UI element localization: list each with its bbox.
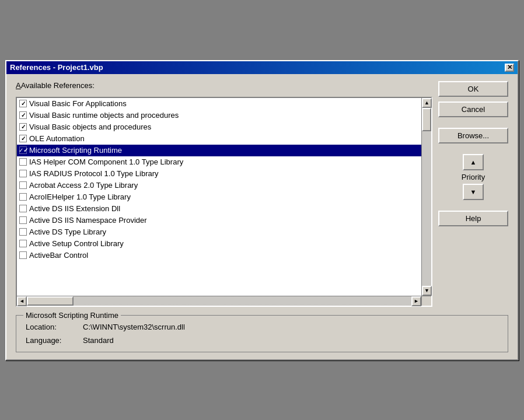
scroll-up-button[interactable]: ▲: [422, 98, 432, 108]
item-text-6: IAS RADIUS Protocol 1.0 Type Library: [29, 169, 159, 178]
item-text-12: Active Setup Control Library: [29, 239, 124, 248]
checkbox-11[interactable]: [19, 228, 27, 236]
list-scroll-area: Visual Basic For Applications Visual Bas…: [17, 98, 421, 296]
close-button[interactable]: ✕: [505, 64, 514, 72]
language-value: Standard: [83, 336, 114, 345]
scroll-thumb-vertical[interactable]: [422, 108, 431, 131]
list-item[interactable]: AcroIEHelper 1.0 Type Library: [17, 191, 421, 203]
list-item[interactable]: ActiveBar Control: [17, 250, 421, 261]
dialog-content: AAvailable References: Visual Basic For …: [6, 74, 518, 359]
list-item[interactable]: Active DS IIS Extension Dll: [17, 203, 421, 215]
item-text-4: Microsoft Scripting Runtime: [29, 146, 122, 155]
ok-button[interactable]: OK: [438, 81, 508, 97]
scroll-down-button[interactable]: ▼: [422, 286, 432, 296]
checkbox-10[interactable]: [19, 216, 27, 224]
item-text-9: Active DS IIS Extension Dll: [29, 204, 120, 213]
list-item-selected[interactable]: ✓ Microsoft Scripting Runtime: [17, 145, 421, 156]
location-value: C:\WINNT\system32\scrrun.dll: [83, 323, 185, 331]
language-label: Language:: [26, 336, 78, 345]
list-items-container: Visual Basic For Applications Visual Bas…: [17, 98, 421, 261]
checkbox-6[interactable]: [19, 170, 27, 177]
priority-up-icon: ▲: [470, 159, 477, 166]
dialog-title: References - Project1.vbp: [10, 63, 103, 72]
language-row: Language: Standard: [26, 336, 498, 345]
item-text-1: Visual Basic runtime objects and procedu…: [29, 111, 179, 120]
item-text-10: Active DS IIS Namespace Provider: [29, 216, 147, 225]
vertical-scrollbar[interactable]: ▲ ▼: [421, 98, 431, 296]
references-dialog: References - Project1.vbp ✕ AAvailable R…: [5, 60, 519, 360]
checkbox-3[interactable]: [19, 135, 27, 142]
list-item[interactable]: IAS RADIUS Protocol 1.0 Type Library: [17, 168, 421, 180]
list-item[interactable]: IAS Helper COM Component 1.0 Type Librar…: [17, 156, 421, 168]
scroll-left-button[interactable]: ◄: [17, 296, 27, 306]
checkbox-0[interactable]: [19, 100, 27, 107]
item-text-7: Acrobat Access 2.0 Type Library: [29, 181, 138, 190]
checkbox-13[interactable]: [19, 251, 27, 259]
left-panel: AAvailable References: Visual Basic For …: [16, 81, 432, 307]
priority-section: ▲ Priority ▼: [438, 154, 508, 200]
checkbox-7[interactable]: [19, 181, 27, 189]
priority-down-button[interactable]: ▼: [463, 184, 484, 200]
main-area: AAvailable References: Visual Basic For …: [16, 81, 508, 307]
cancel-button[interactable]: Cancel: [438, 102, 508, 117]
checkbox-8[interactable]: [19, 193, 27, 201]
list-item[interactable]: Visual Basic For Applications: [17, 98, 421, 110]
checkbox-9[interactable]: [19, 205, 27, 212]
list-item[interactable]: OLE Automation: [17, 133, 421, 145]
list-item[interactable]: Visual Basic runtime objects and procedu…: [17, 110, 421, 121]
horizontal-scrollbar[interactable]: ◄ ►: [17, 296, 421, 306]
scrollbar-corner: [421, 296, 431, 306]
list-item[interactable]: Active Setup Control Library: [17, 238, 421, 250]
list-item[interactable]: Acrobat Access 2.0 Type Library: [17, 180, 421, 191]
scroll-track-horizontal[interactable]: [27, 296, 411, 306]
info-legend: Microsoft Scripting Runtime: [23, 311, 121, 320]
priority-down-icon: ▼: [470, 188, 477, 195]
item-text-0: Visual Basic For Applications: [29, 99, 127, 108]
right-panel: OK Cancel Browse... ▲ Priority ▼ Help: [438, 81, 508, 307]
browse-button[interactable]: Browse...: [438, 128, 508, 144]
checkbox-4[interactable]: ✓: [19, 146, 27, 154]
item-text-11: Active DS Type Library: [29, 228, 106, 236]
scroll-thumb-horizontal[interactable]: [27, 296, 74, 306]
help-button[interactable]: Help: [438, 211, 508, 226]
item-text-8: AcroIEHelper 1.0 Type Library: [29, 192, 131, 201]
scroll-right-button[interactable]: ►: [411, 296, 421, 306]
title-bar: References - Project1.vbp ✕: [6, 61, 518, 74]
list-item[interactable]: Active DS Type Library: [17, 226, 421, 238]
location-row: Location: C:\WINNT\system32\scrrun.dll: [26, 323, 498, 331]
item-text-5: IAS Helper COM Component 1.0 Type Librar…: [29, 158, 183, 166]
available-references-label: AAvailable References:: [16, 81, 432, 90]
scroll-track-vertical[interactable]: [422, 108, 431, 286]
item-text-13: ActiveBar Control: [29, 251, 88, 260]
list-item[interactable]: Active DS IIS Namespace Provider: [17, 215, 421, 226]
item-text-3: OLE Automation: [29, 134, 85, 143]
priority-label: Priority: [462, 173, 485, 181]
item-text-2: Visual Basic objects and procedures: [29, 123, 151, 131]
location-label: Location:: [26, 323, 78, 331]
checkbox-1[interactable]: [19, 111, 27, 119]
references-listbox[interactable]: Visual Basic For Applications Visual Bas…: [16, 97, 432, 307]
priority-up-button[interactable]: ▲: [463, 154, 484, 170]
list-item[interactable]: Visual Basic objects and procedures: [17, 121, 421, 133]
checkbox-2[interactable]: [19, 123, 27, 131]
checkbox-5[interactable]: [19, 158, 27, 166]
checkbox-12[interactable]: [19, 240, 27, 247]
info-section: Microsoft Scripting Runtime Location: C:…: [16, 315, 508, 352]
